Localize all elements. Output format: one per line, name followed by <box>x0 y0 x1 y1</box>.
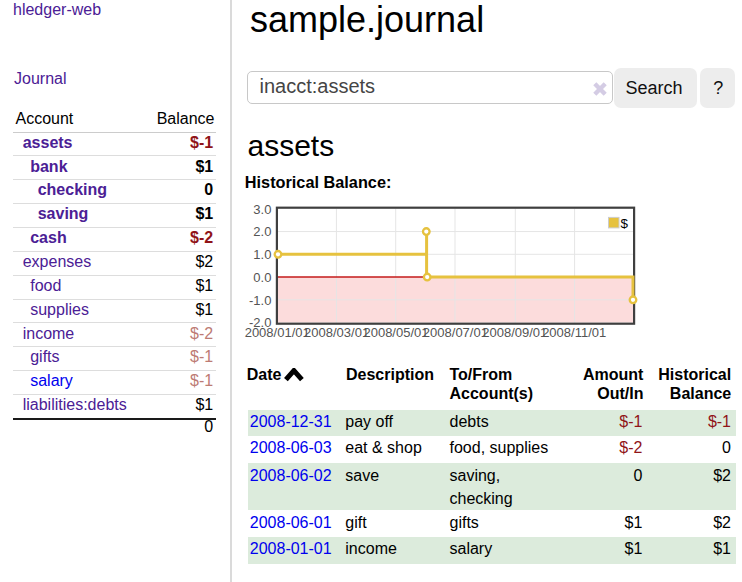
svg-text:2008/09/01: 2008/09/01 <box>482 325 547 340</box>
svg-text:-1.0: -1.0 <box>249 293 271 308</box>
svg-text:2008/11/01: 2008/11/01 <box>542 325 606 340</box>
svg-text:3.0: 3.0 <box>253 202 271 217</box>
svg-text:2008/07/01: 2008/07/01 <box>423 325 488 340</box>
svg-text:$: $ <box>621 216 629 231</box>
svg-text:0.0: 0.0 <box>253 270 271 285</box>
svg-text:2008/05/01: 2008/05/01 <box>363 325 428 340</box>
svg-text:2008/03/01: 2008/03/01 <box>304 325 369 340</box>
svg-text:2.0: 2.0 <box>253 224 271 239</box>
svg-text:1.0: 1.0 <box>253 247 271 262</box>
svg-text:2008/01/01: 2008/01/01 <box>245 325 310 340</box>
